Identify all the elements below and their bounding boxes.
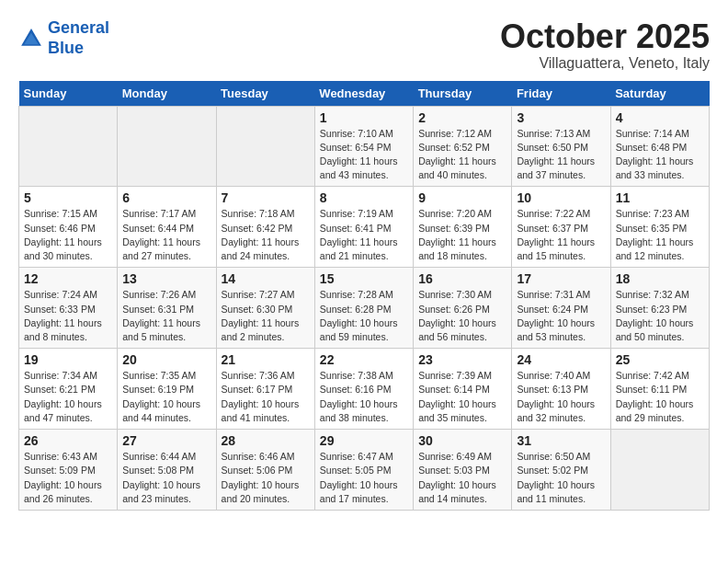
calendar-table: SundayMondayTuesdayWednesdayThursdayFrid…	[18, 81, 710, 511]
calendar-cell: 26Sunrise: 6:43 AM Sunset: 5:09 PM Dayli…	[19, 430, 118, 511]
day-number: 30	[418, 433, 506, 448]
calendar-cell	[216, 106, 314, 187]
weekday-header-wednesday: Wednesday	[314, 81, 413, 107]
weekday-header-monday: Monday	[118, 81, 216, 107]
day-info: Sunrise: 7:20 AM Sunset: 6:39 PM Dayligh…	[418, 207, 506, 263]
day-number: 24	[517, 352, 605, 367]
day-info: Sunrise: 7:10 AM Sunset: 6:54 PM Dayligh…	[320, 127, 408, 183]
calendar-cell: 21Sunrise: 7:36 AM Sunset: 6:17 PM Dayli…	[216, 349, 314, 430]
logo-text: General Blue	[48, 18, 109, 58]
location-subtitle: Villaguattera, Veneto, Italy	[500, 55, 710, 72]
weekday-header-sunday: Sunday	[19, 81, 118, 107]
day-number: 26	[24, 433, 112, 448]
day-number: 27	[122, 433, 210, 448]
calendar-week-4: 19Sunrise: 7:34 AM Sunset: 6:21 PM Dayli…	[19, 349, 710, 430]
weekday-header-saturday: Saturday	[610, 81, 709, 107]
day-number: 11	[616, 190, 704, 205]
calendar-cell: 29Sunrise: 6:47 AM Sunset: 5:05 PM Dayli…	[314, 430, 413, 511]
day-info: Sunrise: 7:12 AM Sunset: 6:52 PM Dayligh…	[418, 127, 506, 183]
day-info: Sunrise: 7:35 AM Sunset: 6:19 PM Dayligh…	[122, 369, 210, 425]
day-number: 13	[122, 271, 210, 286]
calendar-cell: 15Sunrise: 7:28 AM Sunset: 6:28 PM Dayli…	[314, 268, 413, 349]
day-info: Sunrise: 7:40 AM Sunset: 6:13 PM Dayligh…	[517, 369, 605, 425]
day-number: 23	[418, 352, 506, 367]
calendar-cell	[19, 106, 118, 187]
calendar-cell: 30Sunrise: 6:49 AM Sunset: 5:03 PM Dayli…	[414, 430, 512, 511]
calendar-cell: 17Sunrise: 7:31 AM Sunset: 6:24 PM Dayli…	[512, 268, 610, 349]
calendar-cell: 18Sunrise: 7:32 AM Sunset: 6:23 PM Dayli…	[610, 268, 709, 349]
calendar-cell: 2Sunrise: 7:12 AM Sunset: 6:52 PM Daylig…	[414, 106, 512, 187]
day-info: Sunrise: 7:30 AM Sunset: 6:26 PM Dayligh…	[418, 288, 506, 344]
day-info: Sunrise: 7:26 AM Sunset: 6:31 PM Dayligh…	[122, 288, 210, 344]
calendar-week-2: 5Sunrise: 7:15 AM Sunset: 6:46 PM Daylig…	[19, 187, 710, 268]
month-title: October 2025	[500, 18, 710, 55]
day-info: Sunrise: 7:24 AM Sunset: 6:33 PM Dayligh…	[24, 288, 112, 344]
weekday-header-row: SundayMondayTuesdayWednesdayThursdayFrid…	[19, 81, 710, 107]
day-number: 8	[320, 190, 408, 205]
day-info: Sunrise: 7:38 AM Sunset: 6:16 PM Dayligh…	[320, 369, 408, 425]
day-number: 10	[517, 190, 605, 205]
calendar-week-5: 26Sunrise: 6:43 AM Sunset: 5:09 PM Dayli…	[19, 430, 710, 511]
day-info: Sunrise: 7:32 AM Sunset: 6:23 PM Dayligh…	[616, 288, 704, 344]
day-number: 17	[517, 271, 605, 286]
calendar-cell: 20Sunrise: 7:35 AM Sunset: 6:19 PM Dayli…	[118, 349, 216, 430]
day-number: 16	[418, 271, 506, 286]
day-info: Sunrise: 6:46 AM Sunset: 5:06 PM Dayligh…	[222, 450, 310, 506]
day-number: 12	[24, 271, 112, 286]
day-info: Sunrise: 6:50 AM Sunset: 5:02 PM Dayligh…	[517, 450, 605, 506]
day-number: 29	[320, 433, 408, 448]
calendar-cell: 31Sunrise: 6:50 AM Sunset: 5:02 PM Dayli…	[512, 430, 610, 511]
calendar-cell: 8Sunrise: 7:19 AM Sunset: 6:41 PM Daylig…	[314, 187, 413, 268]
weekday-header-tuesday: Tuesday	[216, 81, 314, 107]
logo-icon	[18, 26, 44, 52]
day-number: 22	[320, 352, 408, 367]
page-header: General Blue October 2025 Villaguattera,…	[18, 18, 710, 72]
day-number: 4	[616, 110, 704, 125]
day-number: 19	[24, 352, 112, 367]
day-number: 28	[222, 433, 310, 448]
day-number: 20	[122, 352, 210, 367]
day-info: Sunrise: 6:43 AM Sunset: 5:09 PM Dayligh…	[24, 450, 112, 506]
logo: General Blue	[18, 18, 109, 58]
calendar-cell: 24Sunrise: 7:40 AM Sunset: 6:13 PM Dayli…	[512, 349, 610, 430]
day-info: Sunrise: 7:42 AM Sunset: 6:11 PM Dayligh…	[616, 369, 704, 425]
day-info: Sunrise: 6:44 AM Sunset: 5:08 PM Dayligh…	[122, 450, 210, 506]
day-info: Sunrise: 7:15 AM Sunset: 6:46 PM Dayligh…	[24, 207, 112, 263]
day-number: 7	[222, 190, 310, 205]
day-info: Sunrise: 7:14 AM Sunset: 6:48 PM Dayligh…	[616, 127, 704, 183]
day-info: Sunrise: 7:17 AM Sunset: 6:44 PM Dayligh…	[122, 207, 210, 263]
calendar-cell: 6Sunrise: 7:17 AM Sunset: 6:44 PM Daylig…	[118, 187, 216, 268]
day-info: Sunrise: 7:36 AM Sunset: 6:17 PM Dayligh…	[222, 369, 310, 425]
calendar-cell: 1Sunrise: 7:10 AM Sunset: 6:54 PM Daylig…	[314, 106, 413, 187]
calendar-week-3: 12Sunrise: 7:24 AM Sunset: 6:33 PM Dayli…	[19, 268, 710, 349]
day-info: Sunrise: 7:18 AM Sunset: 6:42 PM Dayligh…	[222, 207, 310, 263]
weekday-header-friday: Friday	[512, 81, 610, 107]
calendar-cell: 11Sunrise: 7:23 AM Sunset: 6:35 PM Dayli…	[610, 187, 709, 268]
calendar-cell: 10Sunrise: 7:22 AM Sunset: 6:37 PM Dayli…	[512, 187, 610, 268]
day-number: 25	[616, 352, 704, 367]
day-number: 14	[222, 271, 310, 286]
calendar-cell: 4Sunrise: 7:14 AM Sunset: 6:48 PM Daylig…	[610, 106, 709, 187]
weekday-header-thursday: Thursday	[414, 81, 512, 107]
day-number: 6	[122, 190, 210, 205]
calendar-cell: 9Sunrise: 7:20 AM Sunset: 6:39 PM Daylig…	[414, 187, 512, 268]
calendar-cell: 7Sunrise: 7:18 AM Sunset: 6:42 PM Daylig…	[216, 187, 314, 268]
day-info: Sunrise: 7:31 AM Sunset: 6:24 PM Dayligh…	[517, 288, 605, 344]
day-number: 5	[24, 190, 112, 205]
day-info: Sunrise: 7:39 AM Sunset: 6:14 PM Dayligh…	[418, 369, 506, 425]
day-info: Sunrise: 7:23 AM Sunset: 6:35 PM Dayligh…	[616, 207, 704, 263]
calendar-cell: 13Sunrise: 7:26 AM Sunset: 6:31 PM Dayli…	[118, 268, 216, 349]
day-info: Sunrise: 6:49 AM Sunset: 5:03 PM Dayligh…	[418, 450, 506, 506]
day-info: Sunrise: 7:27 AM Sunset: 6:30 PM Dayligh…	[222, 288, 310, 344]
calendar-cell: 19Sunrise: 7:34 AM Sunset: 6:21 PM Dayli…	[19, 349, 118, 430]
calendar-cell: 23Sunrise: 7:39 AM Sunset: 6:14 PM Dayli…	[414, 349, 512, 430]
calendar-cell	[610, 430, 709, 511]
day-number: 2	[418, 110, 506, 125]
day-number: 18	[616, 271, 704, 286]
calendar-cell: 3Sunrise: 7:13 AM Sunset: 6:50 PM Daylig…	[512, 106, 610, 187]
day-info: Sunrise: 7:13 AM Sunset: 6:50 PM Dayligh…	[517, 127, 605, 183]
calendar-week-1: 1Sunrise: 7:10 AM Sunset: 6:54 PM Daylig…	[19, 106, 710, 187]
calendar-cell: 22Sunrise: 7:38 AM Sunset: 6:16 PM Dayli…	[314, 349, 413, 430]
calendar-cell: 28Sunrise: 6:46 AM Sunset: 5:06 PM Dayli…	[216, 430, 314, 511]
day-info: Sunrise: 7:28 AM Sunset: 6:28 PM Dayligh…	[320, 288, 408, 344]
